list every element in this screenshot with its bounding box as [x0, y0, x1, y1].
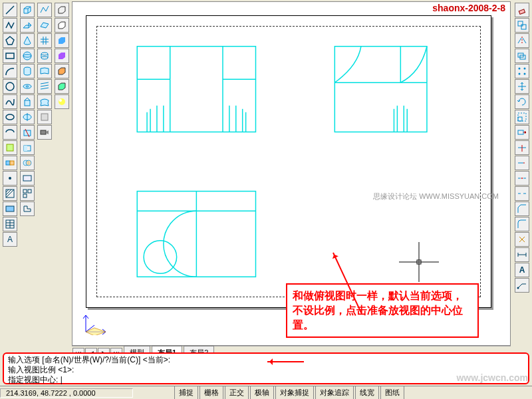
tool-revolve[interactable]: [20, 110, 35, 124]
tool-move[interactable]: [515, 79, 529, 94]
tool-extend[interactable]: [515, 156, 529, 170]
tool-hatch[interactable]: [3, 186, 17, 201]
tool-copy[interactable]: [515, 18, 529, 33]
tool-array[interactable]: [515, 64, 529, 78]
tool-erase[interactable]: [515, 3, 529, 17]
tool-shade-2d[interactable]: [55, 18, 69, 33]
status-grid[interactable]: 栅格: [200, 386, 223, 399]
tool-leader[interactable]: [515, 278, 529, 293]
tool-break-point[interactable]: [515, 171, 529, 186]
tool-spline[interactable]: [3, 94, 17, 109]
tool-mtext[interactable]: A: [3, 232, 17, 247]
tool-mirror[interactable]: [515, 33, 529, 48]
watermark-mid: 思缘设计论坛 WWW.MISSYUAN.COM: [373, 192, 499, 201]
tool-point[interactable]: [3, 171, 17, 186]
svg-rect-6: [6, 161, 10, 165]
tool-sphere[interactable]: [20, 49, 35, 63]
status-otrack[interactable]: 对象追踪: [315, 386, 354, 399]
tool-section[interactable]: [20, 140, 35, 155]
svg-rect-44: [519, 9, 525, 14]
tool-cylinder[interactable]: [20, 64, 35, 78]
tool-rulesurf[interactable]: [37, 79, 52, 94]
tool-setup-view[interactable]: [20, 186, 35, 201]
svg-point-36: [41, 53, 48, 55]
svg-point-51: [524, 68, 526, 70]
svg-line-0: [6, 6, 14, 14]
tool-revsurf[interactable]: [37, 49, 52, 63]
toolbar-surfaces: [36, 1, 53, 141]
command-prompt: 指定视图中心:: [8, 375, 524, 385]
status-osnap[interactable]: 对象捕捉: [275, 386, 314, 399]
svg-rect-41: [41, 130, 46, 134]
tool-block[interactable]: [3, 156, 17, 170]
tool-shade-gouraud-edge[interactable]: [55, 79, 69, 94]
tool-chamfer[interactable]: [515, 201, 529, 216]
svg-rect-13: [6, 206, 14, 211]
tool-polygon[interactable]: [3, 33, 17, 48]
tool-hide[interactable]: [55, 3, 69, 17]
tool-mesh[interactable]: [37, 33, 52, 48]
tool-3dmesh[interactable]: [37, 110, 52, 124]
coordinates-display: 214.3169, 48.7222 , 0.0000: [0, 388, 133, 398]
tool-render[interactable]: [55, 94, 69, 109]
svg-point-50: [519, 68, 521, 70]
tool-cone[interactable]: [20, 33, 35, 48]
tool-break[interactable]: [515, 186, 529, 201]
tool-wedge[interactable]: [20, 18, 35, 33]
status-polar[interactable]: 极轴: [250, 386, 274, 399]
tool-arc[interactable]: [3, 64, 17, 78]
tool-dimension[interactable]: [515, 247, 529, 262]
tool-slice[interactable]: [20, 125, 35, 140]
command-line[interactable]: 输入选项 [命名(N)/世界(W)/?/当前(C)] <当前>: 输入视图比例 …: [3, 352, 529, 384]
tool-box[interactable]: [20, 3, 35, 17]
tool-shade-flat[interactable]: [55, 33, 69, 48]
tool-shade-flat-edge[interactable]: [55, 64, 69, 78]
tool-fillet[interactable]: [515, 217, 529, 231]
tool-explode[interactable]: [515, 232, 529, 247]
tool-trim[interactable]: [515, 140, 529, 155]
tool-table[interactable]: [3, 217, 17, 231]
tool-torus[interactable]: [20, 79, 35, 94]
svg-rect-33: [23, 190, 27, 193]
tool-line[interactable]: [3, 3, 17, 17]
tool-setup-profile[interactable]: [20, 201, 35, 216]
ucs-icon: [82, 312, 109, 335]
tool-stretch[interactable]: [515, 125, 529, 140]
paper-layout: [86, 15, 491, 308]
status-snap[interactable]: 捕捉: [174, 386, 198, 399]
tool-text[interactable]: A: [515, 263, 529, 277]
tool-shade-gouraud[interactable]: [55, 49, 69, 63]
svg-point-37: [41, 57, 48, 59]
tool-ellipse-arc[interactable]: [3, 125, 17, 140]
svg-point-22: [26, 86, 29, 87]
tool-extrude[interactable]: [20, 94, 35, 109]
svg-rect-2: [6, 53, 14, 59]
toolbar-solids: [19, 1, 36, 217]
tool-setup-draw[interactable]: [20, 171, 35, 186]
tool-3dpoly[interactable]: [37, 3, 52, 17]
tool-rotate[interactable]: [515, 94, 529, 109]
tool-interfere[interactable]: [20, 156, 35, 170]
tool-circle[interactable]: [3, 79, 17, 94]
status-paper[interactable]: 图纸: [380, 386, 404, 399]
svg-point-42: [59, 98, 65, 105]
tool-polyline[interactable]: [3, 18, 17, 33]
svg-point-3: [6, 82, 14, 90]
status-ortho[interactable]: 正交: [225, 386, 249, 399]
watermark-top: shaonx-2008-2-8: [432, 3, 505, 13]
tool-3dface[interactable]: [37, 18, 52, 33]
svg-line-10: [6, 190, 9, 192]
tool-offset[interactable]: [515, 49, 529, 63]
tool-tabsurf[interactable]: [37, 64, 52, 78]
tool-edgesurf[interactable]: [37, 94, 52, 109]
tool-rectangle[interactable]: [3, 49, 17, 63]
svg-rect-7: [10, 161, 14, 165]
tool-insert[interactable]: [3, 140, 17, 155]
tool-scale[interactable]: [515, 110, 529, 124]
tool-camera[interactable]: [37, 125, 52, 140]
tool-region[interactable]: [3, 201, 17, 216]
tool-ellipse[interactable]: [3, 110, 17, 124]
status-lwt[interactable]: 线宽: [355, 386, 379, 399]
toolbar-drawing: A: [1, 1, 19, 248]
annotation-arrow-2: [267, 361, 304, 362]
